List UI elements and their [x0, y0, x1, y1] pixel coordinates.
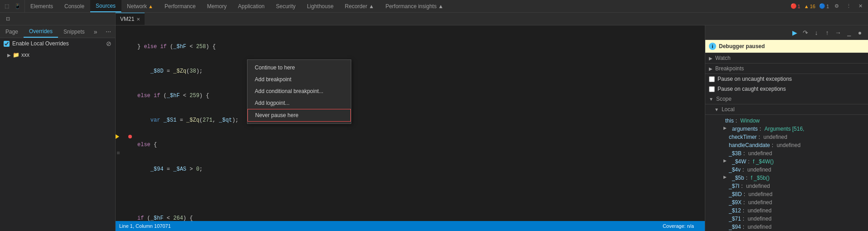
info-circle-icon: 🔵 — [819, 3, 825, 9]
local-expand-icon: ▼ — [714, 107, 719, 112]
file-tab-vm21[interactable]: VM21 ✕ — [116, 13, 145, 25]
error-badge[interactable]: 🔴 1 — [790, 3, 800, 9]
scope-item-arguments[interactable]: ▶ arguments : Arguments [516, — [705, 125, 868, 133]
device-icon[interactable]: 📱 — [14, 2, 22, 10]
expand-4w-icon: ▶ — [709, 158, 727, 163]
context-menu-add-logpoint[interactable]: Add logpoint... — [247, 97, 351, 109]
step-into-button[interactable]: ↓ — [812, 28, 821, 37]
main-content: Page Overrides Snippets » ⋯ Enable Local… — [0, 25, 868, 231]
cursor-position: Line 1, Column 107071 — [119, 223, 171, 229]
status-bar: Line 1, Column 107071 Coverage: n/a — [116, 221, 705, 231]
scope-item-9X[interactable]: _$9X : undefined — [705, 198, 868, 206]
split-view-icon[interactable]: ⊡ — [4, 15, 12, 23]
code-line-2: _$8D = _$Zq(38); — [137, 67, 701, 75]
context-menu-add-breakpoint[interactable]: Add breakpoint — [247, 74, 351, 85]
info-badge[interactable]: 🔵 1 — [819, 3, 829, 9]
expand-arguments-icon: ▶ — [709, 126, 727, 130]
tab-security[interactable]: Security — [271, 0, 301, 12]
scope-item-8D[interactable]: _$8D : undefined — [705, 190, 868, 198]
scope-section-header[interactable]: ▼ Scope — [705, 94, 868, 104]
pause-uncaught-checkbox[interactable] — [709, 76, 715, 82]
debugger-panel: ▶ ↷ ↓ ↑ → ⎯ ● i Debugger paused ▶ Watch … — [705, 25, 868, 231]
context-menu: Continue to here Add breakpoint Add cond… — [247, 59, 351, 124]
watch-expand-icon: ▶ — [709, 56, 713, 61]
breakpoint-column — [126, 25, 134, 221]
settings-icon[interactable]: ⚙ — [833, 2, 841, 10]
context-menu-continue-to-here[interactable]: Continue to here — [247, 62, 351, 74]
inspect-icon[interactable]: ⬚ — [3, 2, 11, 10]
tab-network[interactable]: Network ▲ — [121, 0, 159, 12]
overrides-label: Enable Local Overrides — [12, 40, 69, 47]
tab-sources[interactable]: Sources — [90, 0, 121, 12]
more-options-icon[interactable]: ⋮ — [844, 2, 853, 10]
pause-uncaught-row: Pause on uncaught exceptions — [705, 74, 868, 84]
warning-badge[interactable]: ▲ 16 — [804, 4, 815, 9]
tree-item-xxx[interactable]: ▶ 📁 xxx — [0, 51, 115, 59]
more-panel-tabs-icon[interactable]: » — [90, 25, 101, 38]
breakpoints-section-header[interactable]: ▶ Breakpoints — [705, 64, 868, 74]
tab-elements[interactable]: Elements — [25, 0, 59, 12]
context-menu-never-pause-here[interactable]: Never pause here — [247, 109, 351, 122]
code-area: } else if (_$hF < 258) { _$8D = _$Zq(38)… — [116, 25, 705, 231]
context-menu-add-conditional-breakpoint[interactable]: Add conditional breakpoint... — [247, 85, 351, 97]
scope-item-7I[interactable]: _$7I : undefined — [705, 182, 868, 190]
deactivate-breakpoints-button[interactable]: ⎯ — [844, 28, 853, 37]
scope-item-12[interactable]: _$12 : undefined — [705, 206, 868, 215]
tab-memory[interactable]: Memory — [202, 0, 233, 12]
scope-item-handleCandidate[interactable]: handleCandidate : undefined — [705, 141, 868, 149]
error-circle-icon: 🔴 — [790, 3, 797, 9]
step-over-button[interactable]: ↷ — [801, 28, 810, 37]
scope-item-4W[interactable]: ▶ _$4W : f _$4W() — [705, 157, 868, 166]
tab-application[interactable]: Application — [233, 0, 271, 12]
left-panel: Page Overrides Snippets » ⋯ Enable Local… — [0, 25, 116, 231]
clear-overrides-icon[interactable]: ⊘ — [106, 40, 112, 47]
step-button[interactable]: → — [834, 28, 843, 37]
code-editor[interactable]: } else if (_$hF < 258) { _$8D = _$Zq(38)… — [134, 25, 705, 221]
expand-5b-icon: ▶ — [709, 175, 727, 179]
panel-actions: ⋯ — [101, 25, 116, 38]
code-content: } else if (_$hF < 258) { _$8D = _$Zq(38)… — [116, 25, 705, 221]
code-line-6: _$94 = _$AS > 0; — [137, 165, 701, 173]
tab-console[interactable]: Console — [59, 0, 90, 12]
debugger-arrow-icon — [116, 134, 119, 139]
scope-item-this[interactable]: this : Window — [705, 117, 868, 125]
close-file-tab-icon[interactable]: ✕ — [136, 17, 140, 22]
tab-performance[interactable]: Performance — [159, 0, 202, 12]
tab-performance-insights[interactable]: Performance insights ▲ — [380, 0, 449, 12]
tab-lighthouse[interactable]: Lighthouse — [301, 0, 339, 12]
coverage-info: Coverage: n/a — [663, 223, 694, 229]
scope-item-3B[interactable]: _$3B : undefined — [705, 149, 868, 157]
overrides-header: Enable Local Overrides ⊘ — [0, 38, 115, 49]
folder-icon: 📁 — [13, 52, 19, 58]
scope-item-checkTimer[interactable]: checkTimer : undefined — [705, 133, 868, 141]
resume-button[interactable]: ▶ — [790, 28, 799, 37]
scope-item-94[interactable]: _$94 : undefined — [705, 223, 868, 231]
gutter — [116, 25, 126, 221]
breakpoint-dot[interactable] — [128, 135, 132, 138]
tab-overrides[interactable]: Overrides — [24, 25, 58, 38]
expand-icon: ▶ — [7, 53, 11, 58]
network-warning-icon: ▲ — [148, 4, 153, 9]
scope-item-5b[interactable]: ▶ _$5b : f _$5b() — [705, 174, 868, 182]
enable-overrides-checkbox[interactable] — [4, 41, 10, 47]
tab-page[interactable]: Page — [0, 25, 24, 38]
info-icon: i — [709, 43, 716, 50]
step-out-button[interactable]: ↑ — [823, 28, 832, 37]
dont-pause-on-exceptions-button[interactable]: ● — [855, 28, 864, 37]
scope-item-4v[interactable]: _$4v : undefined — [705, 166, 868, 174]
watch-section-header[interactable]: ▶ Watch — [705, 53, 868, 64]
tab-recorder[interactable]: Recorder ▲ — [339, 0, 380, 12]
file-toolbar: ⊡ VM21 ✕ — [0, 13, 868, 25]
scope-items: this : Window ▶ arguments : Arguments [5… — [705, 115, 868, 231]
add-icon[interactable]: ⋯ — [105, 28, 112, 35]
expand-icon — [117, 152, 120, 154]
code-line-5: else { — [137, 141, 701, 149]
tab-snippets[interactable]: Snippets — [58, 25, 90, 38]
local-scope-header[interactable]: ▼ Local — [705, 104, 868, 115]
breakpoints-expand-icon: ▶ — [709, 66, 713, 71]
panel-tabs: Page Overrides Snippets » ⋯ — [0, 25, 115, 38]
close-devtools-icon[interactable]: ✕ — [856, 2, 864, 10]
pause-caught-checkbox[interactable] — [709, 86, 715, 92]
scope-item-71[interactable]: _$71 : undefined — [705, 215, 868, 223]
top-toolbar: ⬚ 📱 Elements Console Sources Network ▲ P… — [0, 0, 868, 13]
